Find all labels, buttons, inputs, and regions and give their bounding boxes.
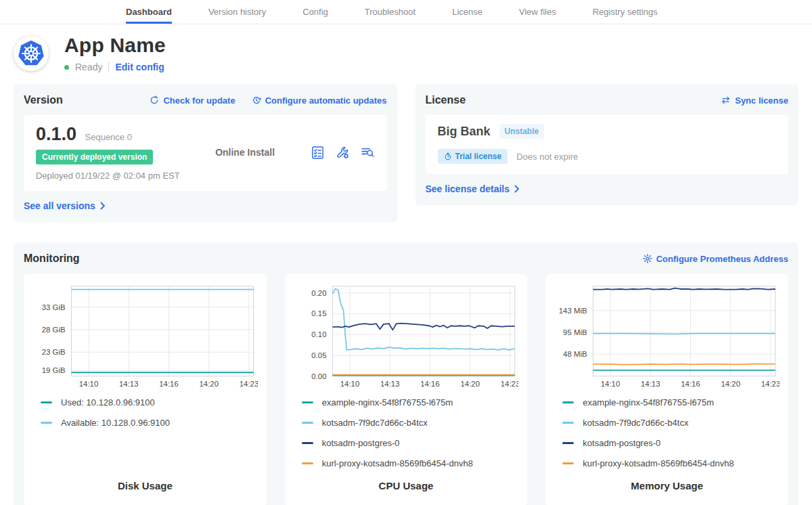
legend-dash (41, 422, 52, 424)
legend-item: example-nginx-54f8f76755-l675m (562, 397, 780, 408)
edit-config-button[interactable] (336, 146, 350, 160)
tab-license[interactable]: License (452, 0, 482, 24)
cpu-usage-card: 0.200.150.100.050.0014:1014:1314:1614:20… (285, 274, 528, 505)
legend-label: Available: 10.128.0.96:9100 (61, 418, 170, 428)
svg-text:14:13: 14:13 (119, 380, 138, 388)
disk-usage-card: 33 GiB28 GiB23 GiB19 GiB14:1014:1314:161… (24, 274, 267, 505)
legend-dash (562, 462, 574, 464)
svg-text:14:23: 14:23 (761, 380, 780, 388)
legend-label: example-nginx-54f8f76755-l675m (322, 397, 453, 408)
legend-item: Used: 10.128.0.96:9100 (41, 397, 258, 408)
legend-label: Used: 10.128.0.96:9100 (61, 397, 155, 408)
channel-badge: Unstable (499, 124, 545, 139)
legend-dash (302, 462, 313, 464)
svg-text:23 GiB: 23 GiB (42, 348, 66, 356)
disk-usage-chart: 33 GiB28 GiB23 GiB19 GiB14:1014:1314:161… (32, 282, 258, 391)
refresh-icon (150, 95, 159, 105)
check-for-update-link[interactable]: Check for update (150, 95, 235, 106)
checklist-icon (311, 146, 325, 160)
svg-text:14:10: 14:10 (79, 380, 98, 388)
tab-view-files[interactable]: View files (519, 0, 556, 24)
chevron-right-icon (514, 185, 520, 193)
monitoring-heading: Monitoring (24, 252, 80, 265)
svg-text:28 GiB: 28 GiB (42, 326, 66, 334)
legend-label: kotsadm-postgres-0 (583, 438, 660, 448)
svg-text:0.05: 0.05 (311, 351, 326, 359)
chart-title: Disk Usage (32, 480, 258, 498)
schedule-update-icon (252, 95, 261, 105)
disk-usage-legend: Used: 10.128.0.96:9100Available: 10.128.… (41, 397, 258, 428)
legend-dash (562, 401, 574, 403)
license-expiry: Does not expire (516, 152, 578, 162)
install-type-label: Online Install (180, 147, 311, 158)
svg-text:14:16: 14:16 (159, 380, 178, 388)
legend-label: example-nginx-54f8f76755-l675m (583, 397, 714, 408)
chart-title: CPU Usage (294, 480, 519, 498)
legend-dash (562, 442, 574, 444)
legend-label: kotsadm-postgres-0 (322, 438, 400, 448)
trial-license-label: Trial license (455, 152, 502, 161)
svg-text:0.10: 0.10 (311, 330, 326, 338)
see-all-versions-link[interactable]: See all versions (24, 200, 106, 211)
configure-automatic-updates-label: Configure automatic updates (265, 95, 387, 106)
tab-config[interactable]: Config (302, 0, 328, 24)
legend-dash (302, 422, 313, 424)
preflight-checks-button[interactable] (311, 146, 325, 160)
legend-item: kurl-proxy-kotsadm-8569fb6454-dnvh8 (562, 458, 780, 468)
cpu-usage-chart: 0.200.150.100.050.0014:1014:1314:1614:20… (294, 282, 519, 391)
app-status: Ready (75, 62, 102, 72)
tab-dashboard[interactable]: Dashboard (126, 0, 172, 24)
memory-usage-legend: example-nginx-54f8f76755-l675mkotsadm-7f… (562, 397, 780, 468)
svg-text:14:10: 14:10 (601, 380, 620, 388)
app-logo (14, 36, 49, 71)
legend-dash (562, 422, 574, 424)
svg-text:14:16: 14:16 (681, 380, 700, 388)
svg-text:14:13: 14:13 (641, 380, 660, 388)
sync-license-link[interactable]: Sync license (721, 95, 788, 106)
license-card: Big Bank Unstable Trial license Do (426, 115, 789, 174)
license-name: Big Bank (438, 125, 491, 139)
divider (108, 62, 109, 72)
status-dot (64, 65, 69, 70)
deployed-badge: Currently deployed version (36, 150, 153, 164)
see-all-versions-label: See all versions (24, 200, 95, 211)
monitoring-panel: Monitoring Configure Prometheus Address … (14, 242, 798, 505)
legend-label: kurl-proxy-kotsadm-8569fb6454-dnvh8 (322, 458, 473, 468)
configure-automatic-updates-link[interactable]: Configure automatic updates (252, 95, 387, 106)
tab-registry-settings[interactable]: Registry settings (593, 0, 658, 24)
legend-label: kotsadm-7f9dc7d66c-b4tcx (583, 418, 688, 428)
stopwatch-icon (444, 152, 452, 160)
top-nav: DashboardVersion historyConfigTroublesho… (0, 0, 812, 24)
current-version-card: 0.1.0 Sequence 0 Currently deployed vers… (24, 115, 387, 191)
edit-config-link[interactable]: Edit config (115, 62, 164, 72)
configure-prometheus-link[interactable]: Configure Prometheus Address (643, 254, 788, 264)
legend-item: kotsadm-7f9dc7d66c-b4tcx (562, 418, 780, 428)
check-for-update-label: Check for update (163, 95, 235, 106)
legend-dash (41, 401, 52, 403)
chart-title: Memory Usage (554, 480, 780, 498)
sync-license-label: Sync license (735, 95, 788, 106)
svg-text:14:20: 14:20 (460, 380, 479, 388)
svg-text:14:13: 14:13 (380, 380, 399, 388)
legend-item: kotsadm-postgres-0 (302, 438, 519, 448)
gear-icon (643, 254, 652, 263)
sync-icon (721, 95, 731, 105)
view-diff-button[interactable] (361, 146, 375, 160)
legend-item: kotsadm-postgres-0 (562, 438, 780, 448)
svg-text:0.20: 0.20 (311, 289, 326, 297)
svg-text:0.15: 0.15 (311, 309, 326, 317)
svg-text:33 GiB: 33 GiB (42, 303, 66, 311)
tab-troubleshoot[interactable]: Troubleshoot (365, 0, 415, 24)
file-search-icon (361, 146, 375, 160)
legend-dash (302, 401, 313, 403)
svg-text:14:23: 14:23 (240, 380, 258, 388)
page-title: App Name (64, 34, 166, 57)
tab-version-history[interactable]: Version history (208, 0, 266, 24)
chevron-right-icon (100, 202, 106, 210)
version-panel: Version Check for update (14, 84, 397, 222)
trial-license-badge: Trial license (438, 149, 508, 164)
app-header: App Name Ready Edit config (0, 24, 812, 79)
legend-dash (302, 442, 313, 444)
deployed-timestamp: Deployed 01/19/22 @ 02:04 pm EST (36, 171, 180, 181)
see-license-details-link[interactable]: See license details (426, 183, 520, 194)
